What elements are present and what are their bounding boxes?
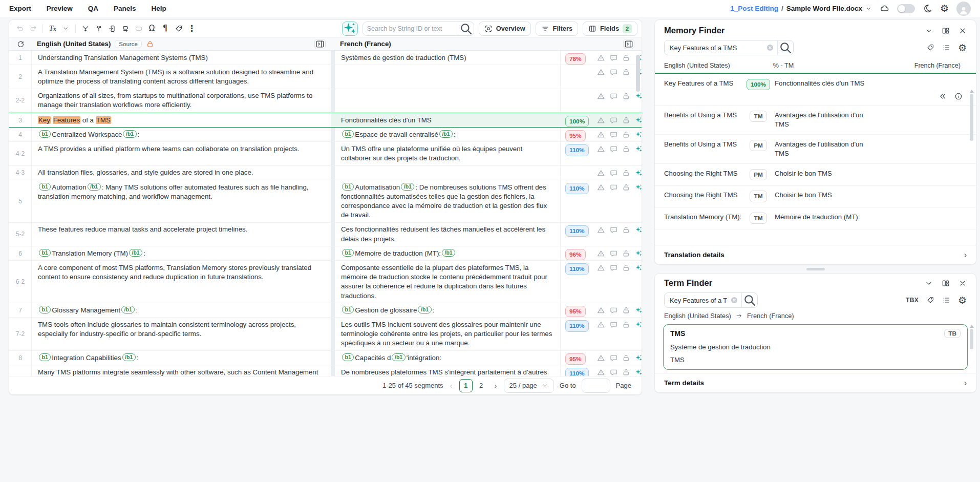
target-cell[interactable] — [335, 89, 560, 112]
page-number-1[interactable]: 1 — [459, 379, 473, 392]
panel-layout-icon[interactable] — [942, 279, 950, 287]
comment-icon[interactable] — [610, 264, 618, 272]
comment-icon[interactable] — [610, 116, 618, 124]
fields-button[interactable]: Fields 2 — [583, 22, 637, 36]
merge-icon[interactable] — [79, 22, 92, 35]
target-cell[interactable]: Composante essentielle de la plupart des… — [335, 261, 560, 303]
more-icon[interactable]: ⋮ — [185, 22, 198, 35]
target-cell[interactable]: Un TMS offre une plateforme unifiée où l… — [335, 142, 560, 165]
warning-icon[interactable] — [597, 145, 605, 153]
comment-icon[interactable] — [610, 354, 618, 362]
unlock-icon[interactable] — [622, 183, 630, 192]
target-cell[interactable]: b1Gestion de glossaire/b1: — [335, 303, 560, 317]
redo-icon[interactable] — [27, 22, 39, 35]
unlock-icon[interactable] — [622, 368, 630, 376]
source-cell[interactable]: Key Features of a TMS — [32, 113, 331, 127]
inline-tag[interactable]: b1 — [342, 306, 354, 313]
doc-arrow-icon[interactable] — [105, 22, 118, 35]
goto-page-input[interactable] — [582, 379, 610, 393]
memory-match-row[interactable]: Key Features of a TMS 100% Fonctionnalit… — [655, 74, 976, 91]
source-cell[interactable]: TMS tools often include glossaries to ma… — [32, 318, 331, 350]
filters-button[interactable]: Filters — [536, 22, 578, 36]
search-icon[interactable] — [778, 40, 793, 55]
close-icon[interactable] — [958, 279, 967, 287]
overview-button[interactable]: Overview — [479, 22, 531, 36]
gear-icon[interactable]: ⚙ — [958, 296, 967, 305]
unlock-icon[interactable] — [622, 54, 630, 62]
source-cell[interactable]: A Translation Management System (TMS) is… — [32, 65, 331, 88]
gear-icon[interactable]: ⚙ — [958, 43, 967, 53]
menu-qa[interactable]: QA — [88, 5, 98, 12]
source-cell[interactable]: b1Translation Memory (TM)/b1: — [32, 246, 331, 260]
search-icon[interactable] — [742, 293, 757, 307]
unlock-icon[interactable] — [622, 145, 630, 153]
memory-match-row[interactable]: Benefits of Using a TMS TM Avantages de … — [655, 106, 976, 135]
info-icon[interactable] — [954, 92, 963, 100]
clear-icon[interactable] — [730, 296, 738, 304]
inline-tag[interactable]: /b1 — [401, 183, 414, 191]
tbx-label[interactable]: TBX — [906, 297, 919, 304]
target-cell[interactable]: Fonctionnalités clés d'un TMS — [335, 113, 560, 127]
unlock-icon[interactable] — [622, 68, 630, 76]
panel-toggle-icon[interactable] — [623, 39, 634, 49]
comment-icon[interactable] — [610, 92, 618, 100]
inline-tag[interactable]: /b1 — [129, 249, 142, 257]
comment-icon[interactable] — [610, 183, 618, 192]
warning-icon[interactable] — [597, 169, 605, 177]
theme-toggle[interactable] — [897, 4, 915, 13]
warning-icon[interactable] — [597, 264, 605, 272]
source-cell[interactable]: Organizations of all sizes, from startup… — [32, 89, 331, 112]
panel-resize-handle[interactable] — [654, 265, 976, 273]
warning-icon[interactable] — [597, 226, 605, 234]
warning-icon[interactable] — [597, 68, 605, 76]
memory-match-row[interactable]: Benefits of Using a TMS PM Avantages de … — [655, 135, 976, 164]
inline-tag[interactable]: b1 — [39, 130, 51, 138]
menu-help[interactable]: Help — [152, 5, 166, 12]
inline-tag[interactable]: /b1 — [122, 353, 136, 361]
source-cell[interactable]: These features reduce manual tasks and a… — [32, 223, 331, 246]
next-page-icon[interactable]: › — [494, 381, 498, 390]
project-link[interactable]: 1_Post Editing — [730, 5, 778, 12]
propagate-icon[interactable] — [119, 22, 132, 35]
warning-icon[interactable] — [597, 183, 605, 192]
unlock-icon[interactable] — [622, 169, 630, 177]
chevron-down-icon[interactable] — [925, 279, 933, 287]
inline-tag[interactable]: b1 — [39, 183, 51, 191]
unlock-icon[interactable] — [622, 116, 630, 124]
source-cell[interactable]: b1Integration Capabilities/b1: — [32, 351, 331, 365]
inline-tag[interactable]: /b1 — [88, 183, 101, 191]
inline-tag[interactable]: b1 — [39, 353, 51, 361]
comment-icon[interactable] — [610, 249, 618, 258]
inline-tag[interactable]: /b1 — [439, 130, 453, 138]
target-cell[interactable]: Systèmes de gestion de traduction (TMS) — [335, 51, 560, 65]
target-cell[interactable]: Les outils TMS incluent souvent des glos… — [335, 318, 560, 350]
target-cell[interactable]: b1Mémoire de traduction (MT):/b1 — [335, 246, 560, 260]
inline-tag[interactable]: b1 — [342, 130, 354, 138]
inline-tag[interactable]: b1 — [39, 306, 51, 313]
comment-icon[interactable] — [610, 145, 618, 153]
unlock-icon[interactable] — [622, 321, 630, 329]
target-cell[interactable]: b1Espace de travail centralisé/b1: — [335, 128, 560, 141]
warning-icon[interactable] — [597, 249, 605, 258]
ai-assist-button[interactable] — [342, 22, 358, 36]
memory-match-row[interactable]: Choosing the Right TMS PM Choisir le bon… — [655, 164, 976, 186]
page-size-select[interactable]: 25 / page — [504, 379, 554, 393]
menu-preview[interactable]: Preview — [47, 5, 73, 12]
split-icon[interactable] — [92, 22, 105, 35]
list-icon[interactable] — [942, 296, 950, 304]
memory-match-row[interactable]: Translation Memory (TM): TM Mémoire de t… — [655, 207, 976, 229]
panel-toggle-icon[interactable] — [314, 39, 326, 49]
search-icon[interactable] — [458, 22, 474, 35]
source-cell[interactable]: Many TMS platforms integrate seamlessly … — [32, 365, 331, 376]
warning-icon[interactable] — [597, 354, 605, 362]
comment-icon[interactable] — [610, 131, 618, 139]
memory-search-input[interactable] — [665, 44, 766, 52]
term-search-input[interactable] — [665, 297, 730, 304]
target-cell[interactable] — [335, 166, 560, 180]
term-details-button[interactable]: Term details › — [655, 373, 976, 392]
comment-icon[interactable] — [610, 226, 618, 234]
source-cell[interactable]: A TMS provides a unified platform where … — [32, 142, 331, 165]
comment-icon[interactable] — [610, 68, 618, 76]
clear-icon[interactable] — [766, 44, 774, 52]
chevron-down-icon[interactable] — [865, 5, 872, 12]
